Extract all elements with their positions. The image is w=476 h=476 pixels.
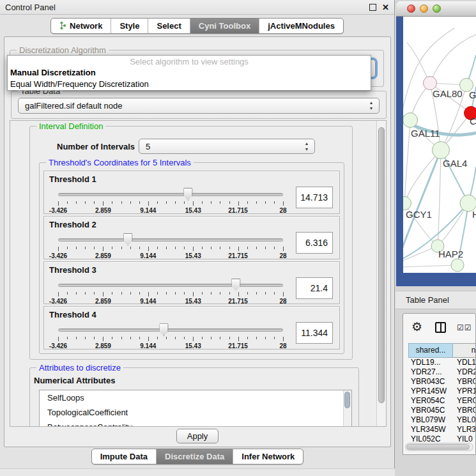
number-of-intervals-combobox[interactable]: 5 ▲▼ <box>139 139 315 154</box>
dropdown-option[interactable]: Manual Discretization <box>8 67 371 79</box>
table-row[interactable]: YDL19...YDL1 <box>408 358 476 367</box>
dropdown-hint: Select algorithm to view settings <box>8 56 371 67</box>
cell-name: YLR3 <box>453 425 476 434</box>
network-node-label: GAL4 <box>443 158 467 169</box>
tab-select[interactable]: Select <box>148 19 189 33</box>
attributes-group-title: Attributes to discretize <box>36 363 123 372</box>
zoom-traffic-light-icon[interactable] <box>433 4 441 13</box>
select-columns-checkboxes-icon[interactable]: ☑☑ <box>457 323 472 332</box>
dropdown-option[interactable]: Equal Width/Frequency Discretization <box>8 79 371 90</box>
threshold-slider[interactable]: -3.4262.8599.14415.4321.71528 <box>58 233 283 260</box>
cell-shared-name: YDR27... <box>408 367 453 377</box>
network-node[interactable] <box>403 197 411 210</box>
list-scrollbar[interactable] <box>343 390 351 427</box>
tick-label: 21.715 <box>228 252 248 259</box>
slider-thumb[interactable] <box>183 188 193 201</box>
tick-label: 9.144 <box>140 298 156 305</box>
table-row[interactable]: YBL079WYBL0 <box>408 415 476 425</box>
tab-label: Impute Data <box>100 452 148 461</box>
cell-shared-name: YLR345W <box>408 425 453 434</box>
table-toolbar: ⚙ ☑☑ <box>403 314 475 343</box>
attribute-list-item[interactable]: SelfLoops <box>40 390 351 405</box>
tab-segmented-control: NetworkStyleSelectCyni ToolboxjActiveMNo… <box>50 18 344 34</box>
cell-shared-name: YER054C <box>408 396 453 406</box>
threshold-label: Threshold 3 <box>49 265 96 275</box>
chevron-updown-icon: ▲▼ <box>368 100 374 111</box>
tab-cyni-toolbox[interactable]: Cyni Toolbox <box>190 19 259 33</box>
bottom-tab-bar: Impute DataDiscretize DataInfer Network <box>0 449 395 464</box>
threshold-value-field[interactable]: 6.316 <box>296 232 333 254</box>
tick-label: 21.715 <box>228 298 248 305</box>
attribute-list-item[interactable]: TopologicalCoefficient <box>40 405 351 420</box>
tick-label: 9.144 <box>140 252 156 259</box>
float-window-icon[interactable] <box>369 4 376 11</box>
tab-discretize-data[interactable]: Discretize Data <box>156 449 233 464</box>
threshold-label: Threshold 2 <box>49 220 96 229</box>
slider-thumb[interactable] <box>159 323 169 336</box>
window-title: Control Panel <box>5 0 56 15</box>
attributes-list[interactable]: SelfLoopsTopologicalCoefficientBetweenne… <box>39 390 352 427</box>
tick-label: 9.144 <box>140 342 156 349</box>
threshold-value-field[interactable]: 14.713 <box>296 187 333 208</box>
numerical-attributes-label: Numerical Attributes <box>34 376 115 385</box>
network-node-label: GAL80 <box>433 88 463 99</box>
tick-label: 2.859 <box>95 252 111 259</box>
tab-label: Cyni Toolbox <box>199 21 250 31</box>
tick-label: -3.426 <box>49 252 67 259</box>
threshold-slider[interactable]: -3.4262.8599.14415.4321.71528 <box>58 188 283 215</box>
tick-label: -3.426 <box>49 207 67 214</box>
slider-thumb[interactable] <box>123 233 133 246</box>
table-hscrollbar[interactable] <box>405 443 473 451</box>
cell-shared-name: YBR045C <box>408 406 453 415</box>
screen: Control Panel ✕ NetworkStyleSelectCyni T… <box>0 0 476 476</box>
slider-thumb[interactable] <box>231 279 241 291</box>
cyni-toolbox-panel: Discretization Algorithm ▲▼ Select algor… <box>4 36 391 447</box>
minimize-traffic-light-icon[interactable] <box>420 4 428 13</box>
network-node[interactable] <box>433 142 450 159</box>
tab-network[interactable]: Network <box>51 19 111 33</box>
pane-scrollbar[interactable] <box>376 121 386 426</box>
gear-icon[interactable]: ⚙ <box>411 319 422 334</box>
threshold-slider[interactable]: -3.4262.8599.14415.4321.71528 <box>58 323 283 350</box>
table-row[interactable]: YDR27...YDR2 <box>408 367 476 377</box>
attribute-list-item[interactable]: BetweennessCentrality <box>40 420 351 427</box>
network-node-label: H <box>472 209 476 220</box>
tick-label: 2.859 <box>95 298 111 305</box>
apply-button[interactable]: Apply <box>176 429 219 443</box>
table-row[interactable]: YBR045CYBR0 <box>408 406 476 415</box>
table-row[interactable]: YPR145WYPR1 <box>408 387 476 396</box>
cell-name: YBL0 <box>453 415 476 425</box>
threshold-label: Threshold 1 <box>49 174 96 184</box>
threshold-panel: Threshold 3-3.4262.8599.14415.4321.71528… <box>43 261 340 305</box>
cell-name: YBR0 <box>453 406 476 415</box>
network-node[interactable] <box>451 259 464 272</box>
split-columns-icon[interactable] <box>435 322 446 333</box>
tick-label: 15.43 <box>185 342 201 349</box>
tab-infer-network[interactable]: Infer Network <box>233 449 303 464</box>
tab-impute-data[interactable]: Impute Data <box>92 449 156 464</box>
tick-label: 21.715 <box>228 207 248 214</box>
close-icon[interactable]: ✕ <box>382 3 389 12</box>
table-data-combobox[interactable]: galFiltered.sif default node ▲▼ <box>18 98 380 114</box>
network-canvas[interactable]: GAL80GCGAL11GAL4GCY1HHAP2 <box>403 17 476 273</box>
threshold-panel: Threshold 2-3.4262.8599.14415.4321.71528… <box>43 216 340 259</box>
discretization-algorithm-title: Discretization Algorithm <box>17 45 109 55</box>
threshold-slider[interactable]: -3.4262.8599.14415.4321.71528 <box>58 279 283 305</box>
pane-scrollbar-thumb[interactable] <box>378 127 385 403</box>
tick-label: 21.715 <box>228 342 248 349</box>
tab-jactivemnodules[interactable]: jActiveMNodules <box>259 19 343 33</box>
threshold-value-field[interactable]: 11.344 <box>296 322 333 344</box>
network-node[interactable] <box>403 113 418 128</box>
table-row[interactable]: YBR043CYBR0 <box>408 377 476 387</box>
table-hscrollbar-thumb[interactable] <box>406 444 470 450</box>
column-header[interactable]: n <box>453 343 476 358</box>
table-row[interactable]: YLR345WYLR3 <box>408 425 476 434</box>
threshold-value-field[interactable]: 21.4 <box>296 277 333 299</box>
list-scrollbar-thumb[interactable] <box>344 392 350 408</box>
tab-style[interactable]: Style <box>111 19 148 33</box>
tick-label: -3.426 <box>49 342 67 349</box>
table-row[interactable]: YER054CYER0 <box>408 396 476 406</box>
network-view-window[interactable]: GAL80GCGAL11GAL4GCY1HHAP2 <box>396 1 476 286</box>
column-header[interactable]: shared... <box>408 343 453 358</box>
close-traffic-light-icon[interactable] <box>407 4 415 13</box>
